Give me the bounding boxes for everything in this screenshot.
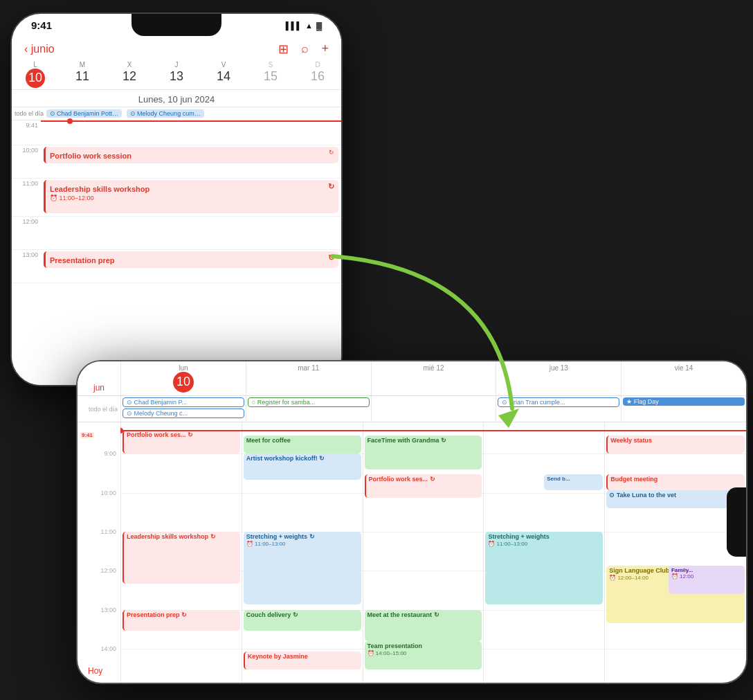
allday-col-wed xyxy=(371,396,496,422)
col-header-fri[interactable]: vie 14 xyxy=(621,361,746,395)
landscape-notch xyxy=(727,487,746,557)
allday-col-thu: ⊙ Brian Tran cumple... xyxy=(496,396,621,422)
timeslot-10: 10:00 Portfolio work session ↻ xyxy=(12,145,341,179)
allday-event-chad[interactable]: ⊙ Chad Benjamin P... xyxy=(123,397,244,407)
time-10: 10:00 xyxy=(100,490,116,496)
month-label: jun xyxy=(93,383,105,393)
event-portfolio[interactable]: Portfolio work session ↻ xyxy=(44,147,338,163)
phone-landscape: jun lun 10 mar 11 mié 12 jue 13 vie 14 xyxy=(76,360,747,684)
day-col-thu: Send b... Stretching + weights ⏰ 11:00–1… xyxy=(483,422,604,683)
allday-row-landscape: todo el día ⊙ Chad Benjamin P... ⊙ Melod… xyxy=(78,396,746,422)
event-tue-coffee[interactable]: Meet for coffee xyxy=(244,436,361,454)
notch xyxy=(131,14,221,36)
grid-view-button[interactable]: ⊞ xyxy=(278,42,289,57)
allday-event-melody[interactable]: ⊙ Melody Cheung c... xyxy=(123,409,244,418)
cal-body: 9:00 10:00 11:00 12:00 13:00 14:00 9:41 xyxy=(78,422,746,683)
time-11: 11:00 xyxy=(100,528,116,535)
event-presentation-prep[interactable]: Presentation prep ↻ xyxy=(44,251,338,268)
allday-event-chad[interactable]: ⊙ Chad Benjamin Pott… xyxy=(46,109,122,118)
allday-event-samba[interactable]: ○ Register for samba... xyxy=(248,397,370,407)
event-wed-restaurant[interactable]: Meet at the restaurant ↻ xyxy=(365,610,482,641)
time-14: 14:00 xyxy=(100,645,116,652)
allday-event-melody[interactable]: ⊙ Melody Cheung cum… xyxy=(127,109,204,118)
cal-week-header: jun lun 10 mar 11 mié 12 jue 13 vie 14 xyxy=(78,361,746,396)
day-col-tue: Meet for coffee Artist workshop kickoff!… xyxy=(242,422,363,683)
event-wed-portfolio[interactable]: Portfolio work ses... ↻ xyxy=(365,474,482,498)
days-grid: Portfolio work ses... ↻ Leadership skill… xyxy=(120,422,746,683)
time-13: 13:00 xyxy=(100,607,116,613)
event-thu-stretching[interactable]: Stretching + weights ⏰ 11:00–13:00 xyxy=(485,532,603,604)
hoy-button[interactable]: Hoy xyxy=(88,666,102,676)
status-time: 9:41 xyxy=(31,19,52,31)
week-day-sun[interactable]: D 16 xyxy=(294,61,341,88)
event-mon-portfolio[interactable]: Portfolio work ses... ↻ xyxy=(123,430,240,454)
timeslot-12: 12:00 xyxy=(12,217,341,250)
event-wed-team[interactable]: Team presentation ⏰ 14:00–15:00 xyxy=(365,641,482,670)
time-column: 9:00 10:00 11:00 12:00 13:00 14:00 9:41 xyxy=(78,422,120,683)
day-col-mon: Portfolio work ses... ↻ Leadership skill… xyxy=(120,422,242,683)
back-button[interactable]: ‹ junio xyxy=(24,43,55,55)
allday-event-flagday[interactable]: ★ Flag Day xyxy=(623,397,745,406)
current-time-indicator: 9:41 xyxy=(80,430,94,438)
allday-col-mon: ⊙ Chad Benjamin P... ⊙ Melody Cheung c..… xyxy=(120,396,246,422)
allday-side-label: todo el día xyxy=(78,396,120,422)
event-thu-send[interactable]: Send b... xyxy=(544,474,603,490)
allday-label: todo el día xyxy=(15,110,44,117)
battery-icon: ▓ xyxy=(316,21,322,30)
week-day-thu[interactable]: J 13 xyxy=(153,61,200,88)
time-12: 12:00 xyxy=(100,567,116,574)
current-time-line xyxy=(41,120,341,122)
status-icons: ▌▌▌ ▲ ▓ xyxy=(286,21,322,30)
col-header-wed[interactable]: mié 12 xyxy=(371,361,496,395)
event-tue-couch[interactable]: Couch delivery ↻ xyxy=(244,610,361,631)
week-day-sat[interactable]: S 15 xyxy=(247,61,294,88)
event-tue-stretching[interactable]: Stretching + weights ↻ ⏰ 11:00–13:00 xyxy=(244,532,361,604)
wifi-icon: ▲ xyxy=(305,21,313,30)
event-wed-facetime[interactable]: FaceTime with Grandma ↻ xyxy=(365,436,482,469)
landscape-calendar: jun lun 10 mar 11 mié 12 jue 13 vie 14 xyxy=(78,361,746,683)
phone-portrait: 9:41 ▌▌▌ ▲ ▓ ‹ junio ⊞ ⌕ + L 10 M 11 xyxy=(10,12,343,386)
event-mon-presentation[interactable]: Presentation prep ↻ xyxy=(123,610,240,631)
calendar-header: ‹ junio ⊞ ⌕ + xyxy=(12,39,341,60)
time-9: 9:00 xyxy=(104,450,116,457)
phone1-calendar: ‹ junio ⊞ ⌕ + L 10 M 11 X 12 J 13 xyxy=(12,39,341,385)
event-tue-keynote[interactable]: Keynote by Jasmine xyxy=(244,652,361,670)
add-event-button[interactable]: + xyxy=(321,42,329,57)
col-header-thu[interactable]: jue 13 xyxy=(496,361,621,395)
month-label-side: jun xyxy=(78,361,120,395)
day-col-wed: FaceTime with Grandma ↻ Portfolio work s… xyxy=(363,422,484,683)
event-tue-artist[interactable]: Artist workshop kickoff! ↻ xyxy=(244,454,361,480)
week-day-fri[interactable]: V 14 xyxy=(200,61,247,88)
week-strip: L 10 M 11 X 12 J 13 V 14 S 15 xyxy=(12,60,341,90)
day-col-fri: Weekly status Budget meeting ⊙ Take Luna… xyxy=(604,422,746,683)
allday-event-brian[interactable]: ⊙ Brian Tran cumple... xyxy=(498,397,619,407)
event-fri-vet[interactable]: ⊙ Take Luna to the vet xyxy=(606,490,745,508)
allday-col-tue: ○ Register for samba... xyxy=(246,396,371,422)
signal-icon: ▌▌▌ xyxy=(286,21,302,30)
allday-col-fri: ★ Flag Day xyxy=(621,396,746,422)
event-leadership[interactable]: Leadership skills workshop ↻ ⏰ 11:00–12:… xyxy=(44,180,338,213)
search-button[interactable]: ⌕ xyxy=(301,42,309,57)
event-mon-leadership[interactable]: Leadership skills workshop ↻ xyxy=(123,532,240,584)
event-fri-weekly[interactable]: Weekly status xyxy=(606,436,745,454)
col-header-tue[interactable]: mar 11 xyxy=(246,361,371,395)
col-header-mon[interactable]: lun 10 xyxy=(120,361,246,395)
timeslot-13: 13:00 Presentation prep ↻ xyxy=(12,250,341,283)
timeslot-11: 11:00 Leadership skills workshop ↻ ⏰ 11:… xyxy=(12,179,341,217)
week-day-tue[interactable]: M 11 xyxy=(59,61,106,88)
event-fri-budget[interactable]: Budget meeting xyxy=(606,474,745,490)
week-day-mon[interactable]: L 10 xyxy=(12,61,59,88)
allday-row: todo el día ⊙ Chad Benjamin Pott… ⊙ Melo… xyxy=(12,107,341,120)
week-day-wed[interactable]: X 12 xyxy=(106,61,153,88)
event-fri-family[interactable]: Family... ⏰ 12:00 xyxy=(669,566,745,594)
current-time-line-landscape xyxy=(120,430,746,431)
day-label: Lunes, 10 jun 2024 xyxy=(12,90,341,107)
